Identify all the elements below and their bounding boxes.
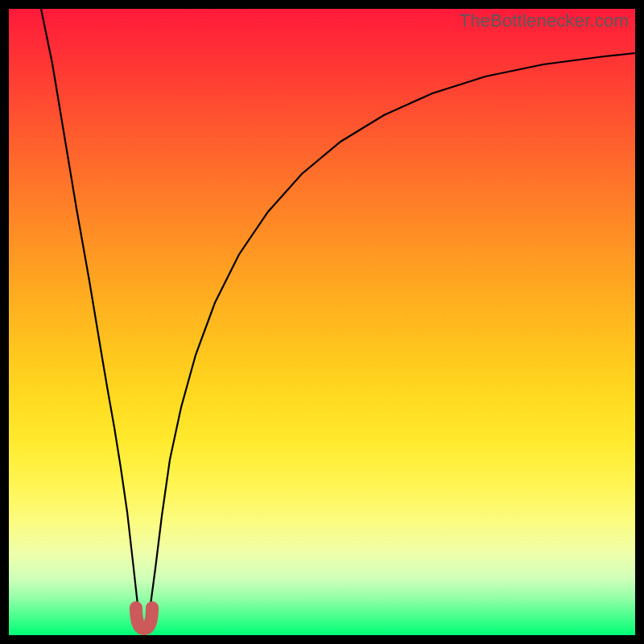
minimum-marker-icon	[136, 608, 152, 629]
plot-area: TheBottlenecker.com	[9, 9, 635, 635]
watermark-text: TheBottlenecker.com	[460, 10, 629, 31]
curve-right-branch	[147, 53, 635, 621]
bottleneck-curve	[9, 9, 635, 635]
curve-left-branch	[41, 9, 142, 621]
chart-frame: TheBottlenecker.com	[0, 0, 644, 644]
